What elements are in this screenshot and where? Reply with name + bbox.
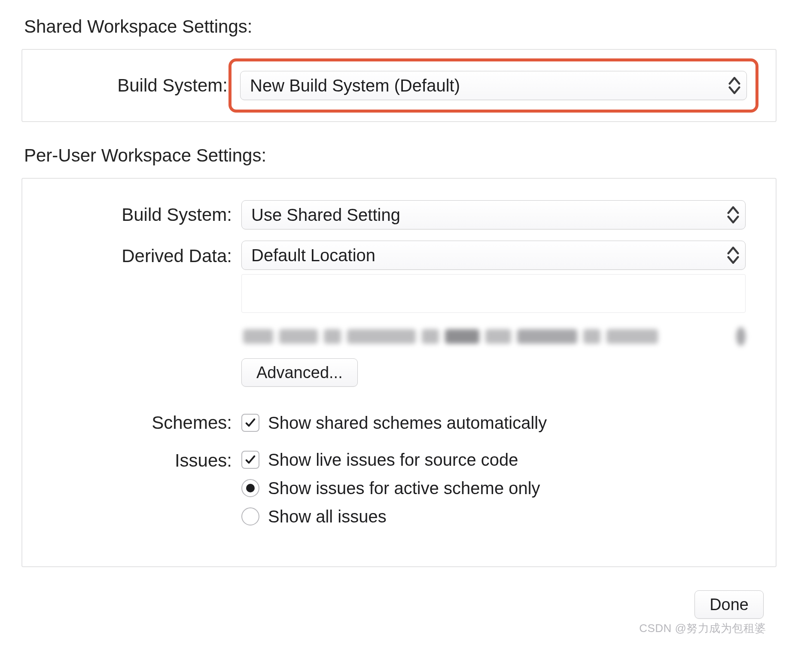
watermark-text: CSDN @努力成为包租婆: [639, 621, 766, 636]
issues-live-checkbox[interactable]: [241, 451, 259, 469]
issues-label: Issues:: [52, 447, 241, 471]
shared-build-system-label: Build System:: [48, 75, 237, 96]
per-user-build-system-label: Build System:: [52, 205, 241, 225]
advanced-button-label: Advanced...: [256, 363, 343, 382]
advanced-button[interactable]: Advanced...: [241, 358, 358, 387]
per-user-build-system-value: Use Shared Setting: [251, 205, 400, 225]
shared-build-system-value: New Build System (Default): [250, 76, 460, 95]
derived-data-value: Default Location: [251, 246, 375, 265]
derived-data-label: Derived Data:: [52, 241, 241, 266]
issues-active-scheme-radio[interactable]: [241, 479, 259, 497]
issues-live-label: Show live issues for source code: [268, 450, 518, 470]
issues-all-label: Show all issues: [268, 507, 387, 526]
derived-data-path-text: [241, 326, 746, 347]
schemes-show-shared-label: Show shared schemes automatically: [268, 413, 547, 433]
updown-stepper-icon: [728, 77, 740, 94]
per-user-settings-title: Per-User Workspace Settings:: [24, 145, 777, 166]
build-system-highlight: New Build System (Default): [228, 58, 758, 113]
shared-build-system-popup[interactable]: New Build System (Default): [240, 71, 747, 100]
issues-all-radio[interactable]: [241, 507, 259, 525]
updown-stepper-icon: [727, 247, 739, 264]
per-user-settings-group: Build System: Use Shared Setting Derived…: [21, 178, 777, 567]
issues-active-scheme-label: Show issues for active scheme only: [268, 479, 540, 498]
schemes-show-shared-checkbox[interactable]: [241, 414, 259, 432]
shared-settings-group: Build System: New Build System (Default): [21, 49, 777, 122]
done-button[interactable]: Done: [694, 590, 764, 619]
shared-settings-title: Shared Workspace Settings:: [24, 16, 777, 37]
derived-data-path-field[interactable]: [241, 274, 746, 313]
schemes-label: Schemes:: [52, 412, 241, 433]
done-button-label: Done: [710, 596, 749, 614]
updown-stepper-icon: [727, 206, 739, 223]
derived-data-popup[interactable]: Default Location: [241, 241, 746, 270]
per-user-build-system-popup[interactable]: Use Shared Setting: [241, 200, 746, 229]
